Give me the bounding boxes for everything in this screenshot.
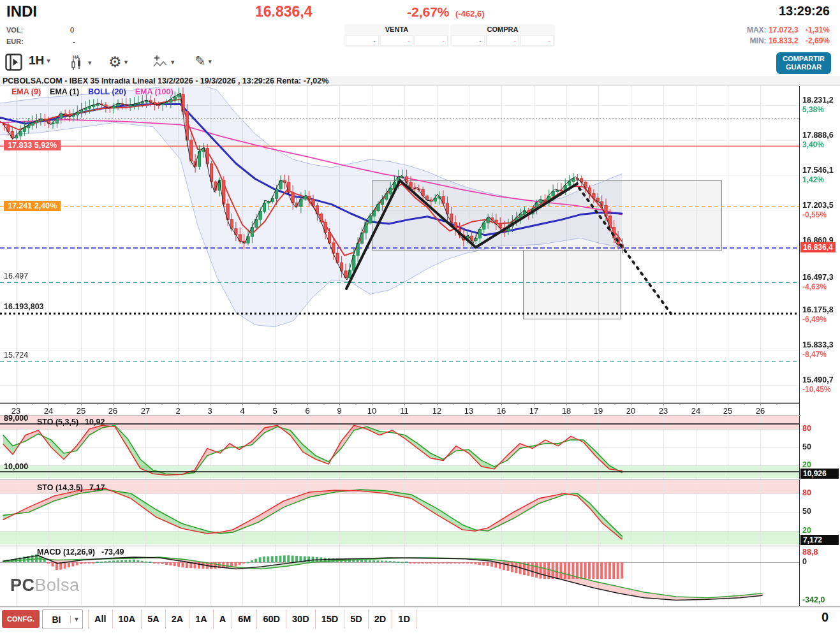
chevron-down-icon: ▾ xyxy=(124,58,128,66)
session-max: MAX: 17.072,3 -1,31% xyxy=(747,25,830,34)
header: INDI 16.836,4 -2,67% (-462,6) 13:29:26 V… xyxy=(0,0,840,52)
volume-row: VOL: 0 xyxy=(6,26,23,34)
change-absolute: (-462,6) xyxy=(455,9,485,18)
volume-value: 0 xyxy=(70,26,74,34)
chevron-down-icon: ▼ xyxy=(70,616,82,623)
counter: 0 xyxy=(822,610,829,625)
gear-icon: ⚙ xyxy=(108,54,122,70)
range-button-60d[interactable]: 60D xyxy=(257,609,286,629)
timeframe-selector[interactable]: 1H ▾ xyxy=(29,54,50,68)
range-button-1a[interactable]: 1A xyxy=(189,609,214,629)
chevron-down-icon: ▾ xyxy=(88,59,92,67)
bottom-toolbar: CONFG. BI ▼ All10A5A2A1AA6M60D30D15D5D2D… xyxy=(0,607,840,633)
min-label: MIN: xyxy=(750,36,767,45)
session-min: MIN: 16.833,2 -2,69% xyxy=(750,36,830,45)
eur-label: EUR: xyxy=(6,38,24,45)
save-label: GUARDAR xyxy=(783,63,825,71)
pencil-icon: ✎ xyxy=(195,54,206,69)
config-button[interactable]: CONFG. xyxy=(2,610,40,628)
timeframe-value: 1H xyxy=(29,54,44,68)
buy-quote-panel: COMPRA --- xyxy=(450,24,555,47)
venta-cell-2: - xyxy=(380,35,413,46)
draw-tool-button[interactable]: ✎ ▾ xyxy=(195,54,212,69)
right-axis-strip xyxy=(801,86,840,606)
max-value: 17.072,3 xyxy=(769,25,799,34)
range-button-6m[interactable]: 6M xyxy=(232,609,257,629)
compra-cell-2: - xyxy=(486,35,519,46)
max-label: MAX: xyxy=(747,25,767,34)
range-button-2d[interactable]: 2D xyxy=(369,609,393,629)
chevron-down-icon: ▾ xyxy=(171,58,175,66)
venta-cell-1: - xyxy=(346,35,379,46)
range-button-15d[interactable]: 15D xyxy=(316,609,345,629)
chevron-down-icon: ▾ xyxy=(209,57,212,66)
clock: 13:29:26 xyxy=(779,4,830,18)
svg-text:HA: HA xyxy=(73,55,79,59)
min-value: 16.833,2 xyxy=(769,36,799,45)
range-button-5a[interactable]: 5A xyxy=(142,609,166,629)
chart-title: PCBOLSA.COM - IBEX 35 Intradia Lineal 13… xyxy=(0,76,840,86)
chart-type-selector[interactable]: HA ▾ xyxy=(69,54,92,71)
share-label: COMPARTIR xyxy=(783,55,825,63)
sell-label: VENTA xyxy=(346,25,448,34)
range-button-all[interactable]: All xyxy=(88,609,113,629)
min-percent: -2,69% xyxy=(806,36,830,45)
index-selector-value: BI xyxy=(43,615,70,625)
symbol-name: INDI xyxy=(6,3,37,20)
range-button-1d[interactable]: 1D xyxy=(392,609,416,629)
eur-value: - xyxy=(73,38,75,45)
change-percent: -2,67% xyxy=(407,4,450,19)
add-indicator-button[interactable]: ▾ xyxy=(152,54,175,70)
add-indicator-icon xyxy=(152,54,168,70)
share-save-button[interactable]: COMPARTIR GUARDAR xyxy=(776,52,831,74)
range-buttons: All10A5A2A1AA6M60D30D15D5D2D1D xyxy=(88,609,416,629)
pcbolsa-app: EMA (9)EMA (1)BOLL (20)EMA (100)18.231,2… xyxy=(0,0,840,633)
index-selector[interactable]: BI ▼ xyxy=(42,609,83,629)
panel-toggle-icon xyxy=(5,54,22,71)
price-chart-canvas[interactable] xyxy=(0,0,840,633)
range-button-10a[interactable]: 10A xyxy=(113,609,142,629)
compra-cell-3: - xyxy=(520,35,554,46)
compra-cell-1: - xyxy=(452,35,485,46)
chevron-down-icon: ▾ xyxy=(47,57,50,65)
range-button-30d[interactable]: 30D xyxy=(286,609,316,629)
buy-label: COMPRA xyxy=(452,25,554,34)
toolbar: 1H ▾ HA ▾ ⚙ ▾ ▾ xyxy=(0,52,840,75)
eur-row: EUR: - xyxy=(6,38,24,45)
range-button-2a[interactable]: 2A xyxy=(166,609,190,629)
panel-toggle-button[interactable] xyxy=(5,54,22,71)
range-button-a[interactable]: A xyxy=(214,609,232,629)
settings-button[interactable]: ⚙ ▾ xyxy=(108,54,128,70)
last-price: 16.836,4 xyxy=(255,3,313,20)
candlestick-icon: HA xyxy=(69,54,85,71)
venta-cell-3: - xyxy=(415,35,448,46)
price-change: -2,67% (-462,6) xyxy=(407,4,485,20)
volume-label: VOL: xyxy=(6,26,23,34)
range-button-5d[interactable]: 5D xyxy=(344,609,369,629)
max-percent: -1,31% xyxy=(806,25,830,34)
sell-quote-panel: VENTA --- xyxy=(344,24,449,47)
